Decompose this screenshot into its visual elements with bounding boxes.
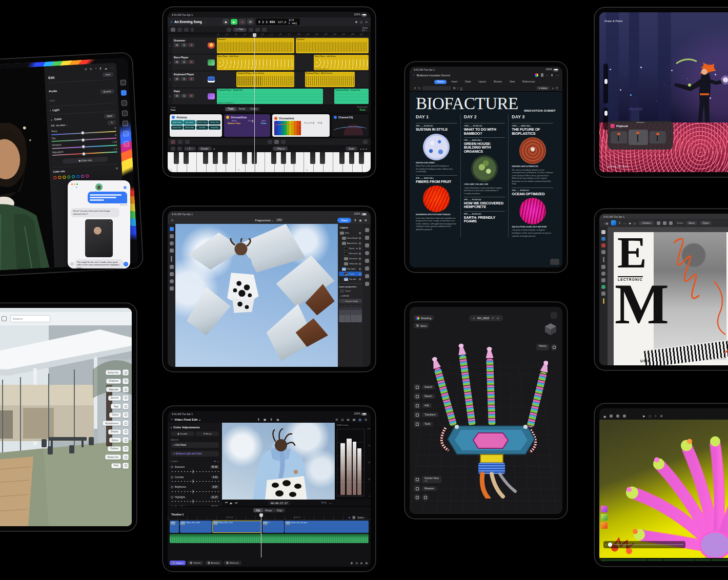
timeline-clip[interactable]: [170, 521, 179, 533]
mute-button[interactable]: M: [174, 77, 180, 81]
count-in-icon[interactable]: [355, 21, 357, 23]
underline-button[interactable]: U: [460, 87, 462, 90]
photo-attachment[interactable]: [85, 219, 113, 257]
media-icon[interactable]: ▤: [353, 418, 356, 421]
timeline-action-button[interactable]: Animate: [205, 561, 222, 565]
region[interactable]: Bass Player - Indie DiscoDm C Am G Dm C: [314, 55, 369, 70]
tool-item[interactable]: Tools: [414, 421, 438, 427]
color-mix-button[interactable]: ◉ Color mix: [62, 156, 108, 164]
tool-label[interactable]: Add: [422, 403, 432, 408]
region[interactable]: Keyboard Player - Block Chords: [305, 72, 355, 87]
layer-visibility-icon[interactable]: [359, 273, 361, 275]
tool-label[interactable]: Transform: [422, 412, 438, 417]
panel-button-icon[interactable]: [123, 403, 129, 409]
segment-option[interactable]: Clip: [253, 508, 262, 512]
adjustment-slider[interactable]: Brightness 9.07: [171, 485, 219, 493]
asset-thumbnails[interactable]: [601, 506, 608, 529]
node-tool-icon[interactable]: ▷: [634, 221, 636, 225]
zoom-level[interactable]: 26%: [275, 218, 283, 222]
search-icon[interactable]: ◌: [546, 74, 548, 77]
frame-thumbnail[interactable]: [611, 131, 627, 143]
align-icon[interactable]: [669, 221, 673, 225]
layer-row[interactable]: Saturation boost: [339, 256, 362, 261]
scrubber-knob[interactable]: [608, 543, 612, 547]
slider-track[interactable]: [171, 490, 219, 493]
facetime-icon[interactable]: ▣: [123, 185, 127, 190]
solo-button[interactable]: S: [181, 60, 187, 64]
glide-icon[interactable]: [177, 147, 182, 151]
slider-track[interactable]: [171, 500, 219, 503]
brush-size-slider[interactable]: [603, 64, 608, 103]
tool-item[interactable]: Search: [414, 384, 438, 390]
mute-button[interactable]: M: [174, 94, 180, 98]
tool-label[interactable]: Tools: [422, 422, 433, 426]
loop-icon[interactable]: [249, 28, 253, 32]
grid-icon[interactable]: ⊞: [347, 418, 350, 421]
ribbon-tab[interactable]: View: [507, 80, 518, 84]
timeline-action-button[interactable]: Volume: [187, 561, 204, 565]
panel-button-label[interactable]: Entity Info: [106, 370, 121, 375]
document-name[interactable]: Fragmented ⌄: [255, 219, 274, 222]
panel-button-label[interactable]: Outliner: [108, 446, 121, 451]
same-button[interactable]: Same: [686, 221, 697, 225]
panel-button-label[interactable]: Help: [111, 463, 121, 468]
add-mask-button[interactable]: + Add Mask: [171, 442, 219, 448]
history-clock-icon[interactable]: [551, 344, 557, 350]
copy-icon[interactable]: [227, 28, 231, 32]
document-canvas[interactable]: BIOFACTURE INNOVATION SUMMIT DAY 1 2PM —…: [410, 92, 562, 267]
alchemy-preset-button[interactable]: Bright Arp: [209, 126, 220, 130]
timeline-playhead[interactable]: [261, 516, 261, 557]
layer-row[interactable]: Sweat…ooster: [339, 246, 362, 251]
octave-down-button[interactable]: ‹ 0 ›: [184, 147, 196, 151]
record-enable-button[interactable]: R: [188, 43, 194, 47]
color-section[interactable]: ⌄ Color: [50, 117, 62, 120]
trim-tool-button[interactable]: ✂ Trim: [233, 28, 247, 32]
layer-visibility-icon[interactable]: [359, 242, 361, 244]
viewer[interactable]: [222, 423, 335, 500]
timeline-clip[interactable]: Skyline_Blue_Close: [212, 521, 261, 533]
timeline-scrubber[interactable]: ⏸: [603, 541, 685, 548]
eyedropper-icon[interactable]: ✎: [108, 120, 116, 125]
more-icon[interactable]: ⋯: [329, 502, 332, 505]
input-icon[interactable]: [185, 140, 190, 144]
tool-icon[interactable]: [414, 393, 420, 400]
panel-button[interactable]: Styles: [109, 412, 129, 418]
light-section[interactable]: LIGHT✦ ⌄: [171, 460, 219, 463]
mixer-view-icon[interactable]: [177, 28, 182, 32]
schedule-item[interactable]: 3PM —— ROOM 201 OCEAN OPTIMIZED SEA SOLU…: [512, 188, 553, 237]
slider-track[interactable]: [171, 480, 219, 483]
image-canvas[interactable]: [175, 224, 338, 367]
mute-button[interactable]: M: [174, 43, 180, 47]
layer-row[interactable]: Yellow desaturation: [339, 261, 362, 266]
schedule-item[interactable]: 2PM —— ROOM 201 SUSTAIN IN STYLE FASHION…: [416, 123, 457, 173]
schedule-item[interactable]: 1PM —— MAIN HALL GREEN HOUSE: BUILDING W…: [464, 137, 505, 195]
schedule-item[interactable]: 12PM —— ROOM 202 WHAT TO DO WITH BAMBOO?: [464, 123, 505, 135]
items-button[interactable]: Items: [414, 323, 429, 328]
panel-button[interactable]: Soften: [109, 437, 129, 443]
timeline-ruler[interactable]: 00:00:15 00:00:30: [168, 516, 371, 520]
panel-button-icon[interactable]: [123, 369, 129, 376]
back-icon[interactable]: ‹: [76, 185, 77, 189]
design-canvas[interactable]: E LECTRONIC M USIC: [608, 227, 728, 365]
alchemy-preset-button[interactable]: Minimal Arp: [184, 126, 195, 130]
timeline-action-button[interactable]: Inspect: [170, 561, 186, 565]
plugin-alchemy[interactable]: Alchemy Bright SynthEpic SynthMetallic S…: [170, 114, 222, 137]
timeline-clip[interactable]: S…: [262, 521, 284, 533]
tool-item[interactable]: Add: [414, 402, 438, 409]
record-enable-button[interactable]: R: [188, 77, 194, 81]
tools-rail[interactable]: [168, 224, 175, 367]
segment-option[interactable]: Track: [225, 107, 236, 111]
region[interactable]: Keyboard Player - Brass Chords: [236, 72, 294, 87]
minimize-icon[interactable]: ⊖: [365, 418, 367, 421]
panel-button-icon[interactable]: [123, 463, 129, 469]
sustain-button[interactable]: Sustain: [198, 147, 212, 151]
project-title[interactable]: Video Final Edit ⌄: [174, 418, 201, 421]
ribbon-tab[interactable]: References: [519, 80, 538, 84]
tool-label[interactable]: Sketch: [422, 394, 435, 399]
region[interactable]: Keyboard Player - Simple Pad: [334, 89, 369, 104]
italic-button[interactable]: I: [457, 87, 458, 90]
panel-button-label[interactable]: Model Info: [105, 454, 121, 460]
solo-button[interactable]: S: [181, 77, 187, 81]
mute-button[interactable]: M: [174, 60, 180, 64]
font-field[interactable]: [422, 86, 451, 90]
